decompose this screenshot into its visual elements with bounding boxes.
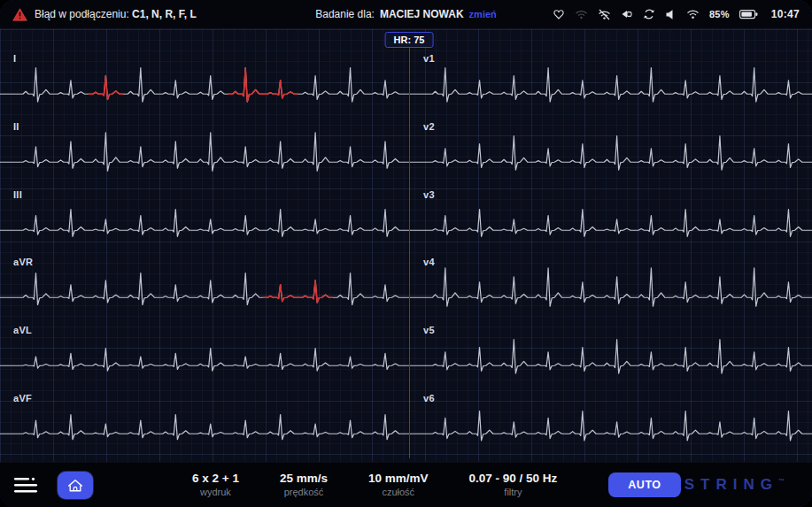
battery-icon	[739, 9, 758, 19]
ecg-trace	[410, 388, 812, 457]
ecg-trace	[410, 117, 812, 185]
ecg-trace	[0, 388, 409, 457]
clock: 10:47	[771, 8, 800, 20]
lead-strip-v6: v6	[410, 388, 812, 457]
change-patient-link[interactable]: zmień	[469, 9, 497, 19]
ecg-trace	[410, 320, 812, 388]
ecg-alert-segment	[89, 68, 298, 102]
chest-leads-column: v1v2v3v4v5v6	[410, 49, 812, 457]
ecg-trace	[410, 185, 812, 253]
home-icon	[67, 478, 83, 493]
home-button[interactable]	[58, 472, 93, 499]
ecg-trace	[0, 117, 409, 185]
wifi-off-icon	[598, 9, 611, 20]
ecg-trace	[0, 320, 409, 388]
speed-label: prędkość	[280, 487, 328, 499]
filters-value: 0.07 - 90 / 50 Hz	[469, 472, 558, 487]
heart-icon	[553, 8, 565, 20]
speed-value: 25 mm/s	[280, 472, 328, 487]
lead-strip-avl: aVL	[0, 320, 409, 388]
printout-value: 6 x 2 + 1	[192, 472, 239, 487]
lead-strip-i: I	[0, 49, 409, 117]
ecg-trace	[0, 49, 409, 117]
lead-strip-v5: v5	[410, 320, 812, 388]
printout-setting[interactable]: 6 x 2 + 1 wydruk	[192, 472, 239, 499]
lead-strip-v2: v2	[410, 117, 812, 185]
device-screen: Błąd w podłączeniu: C1, N, R, F, L Badan…	[0, 0, 812, 507]
filters-label: filtry	[469, 487, 558, 499]
auto-button[interactable]: AUTO	[608, 472, 680, 497]
lead-strip-v4: v4	[410, 252, 812, 320]
exam-prefix: Badanie dla:	[315, 8, 375, 20]
volume-icon	[665, 9, 677, 20]
limb-leads-column: IIIIIIaVRaVLaVF	[0, 49, 409, 457]
lead-strip-iii: III	[0, 185, 409, 253]
menu-icon	[14, 476, 38, 495]
sensitivity-label: czułość	[368, 487, 429, 499]
battery-percent: 85%	[709, 9, 730, 19]
patient-name: MACIEJ NOWAK	[380, 8, 464, 20]
top-bar: Błąd w podłączeniu: C1, N, R, F, L Badan…	[0, 0, 812, 29]
ecg-area: HR: 75 IIIIIIaVRaVLaVF v1v2v3v4v5v6	[0, 29, 812, 462]
ecg-trace	[410, 49, 812, 117]
status-icons: 85% 10:47	[553, 8, 800, 20]
hr-label: HR: 75	[394, 35, 425, 45]
brand-logo: STRING™	[684, 476, 785, 494]
wifi-icon	[686, 9, 700, 19]
filters-setting[interactable]: 0.07 - 90 / 50 Hz filtry	[469, 472, 558, 499]
printout-label: wydruk	[192, 487, 239, 499]
lead-strip-avf: aVF	[0, 388, 409, 457]
sync-icon	[643, 8, 655, 20]
ecg-trace	[0, 252, 409, 320]
ecg-trace	[0, 185, 409, 253]
speed-setting[interactable]: 25 mm/s prędkość	[280, 472, 328, 499]
lead-strip-avr: aVR	[0, 252, 409, 320]
exam-header: Badanie dla: MACIEJ NOWAK zmień	[315, 8, 497, 20]
lead-strip-v1: v1	[410, 49, 812, 117]
lead-strip-v3: v3	[410, 185, 812, 253]
print-settings: 6 x 2 + 1 wydruk 25 mm/s prędkość 10 mm/…	[192, 472, 557, 499]
ecg-alert-segment	[263, 280, 333, 303]
lead-strip-ii: II	[0, 117, 409, 185]
menu-button[interactable]	[14, 476, 38, 495]
signal-dim-icon	[575, 9, 588, 19]
hr-badge: HR: 75	[385, 32, 434, 48]
error-text: Błąd w podłączeniu: C1, N, R, F, L	[35, 8, 197, 20]
warning-icon	[12, 8, 27, 21]
sensitivity-setting[interactable]: 10 mm/mV czułość	[368, 472, 429, 499]
connection-error-banner: Błąd w podłączeniu: C1, N, R, F, L	[12, 8, 197, 21]
bottom-bar: 6 x 2 + 1 wydruk 25 mm/s prędkość 10 mm/…	[0, 462, 812, 507]
sensitivity-value: 10 mm/mV	[368, 472, 429, 487]
ecg-trace	[410, 252, 812, 320]
trademark-mark: ™	[778, 478, 785, 484]
plug-icon	[621, 8, 633, 20]
